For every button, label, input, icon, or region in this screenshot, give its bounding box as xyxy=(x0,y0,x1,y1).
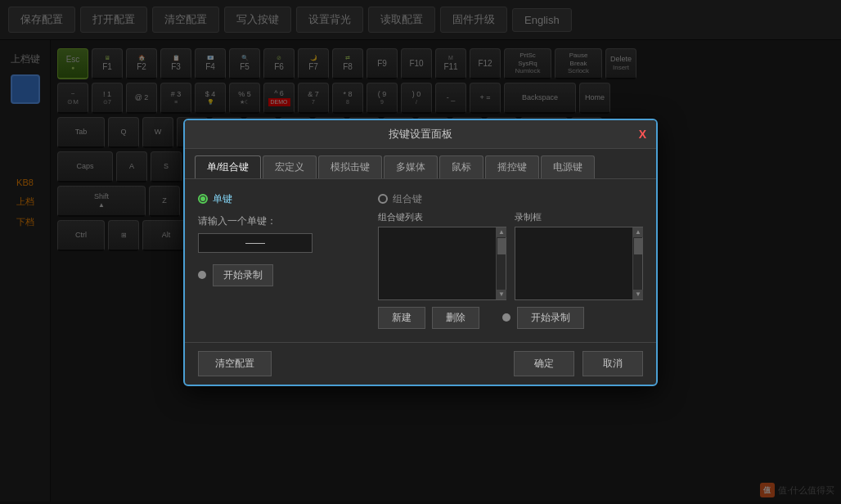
modal-body: 单键 请输入一个单键： 开始录制 组合键 xyxy=(185,179,656,342)
tab-macro[interactable]: 宏定义 xyxy=(263,155,317,178)
record-scrollbar[interactable]: ▲ ▼ xyxy=(632,227,642,299)
combo-action-row: 新建 删除 开始录制 xyxy=(378,307,643,329)
single-key-radio-row: 单键 xyxy=(198,192,362,206)
scroll-up-arrow[interactable]: ▲ xyxy=(497,227,506,237)
scroll-down-arrow[interactable]: ▼ xyxy=(497,290,506,299)
tab-remote[interactable]: 摇控键 xyxy=(485,155,539,178)
modal-overlay: 按键设置面板 X 单/组合键 宏定义 模拟击键 多媒体 鼠标 摇控键 电源键 单… xyxy=(0,0,841,504)
record-scroll-thumb[interactable] xyxy=(634,238,642,254)
start-record-left-row: 开始录制 xyxy=(198,264,362,286)
combo-radio-row: 组合键 xyxy=(378,192,643,206)
record-frame-label: 录制框 xyxy=(515,211,643,223)
single-key-radio[interactable] xyxy=(198,194,208,204)
clear-config-footer-button[interactable]: 清空配置 xyxy=(198,351,272,376)
cancel-button[interactable]: 取消 xyxy=(582,351,643,376)
single-key-input[interactable] xyxy=(198,233,313,253)
record-dot-left xyxy=(198,271,206,279)
modal-footer: 清空配置 确定 取消 xyxy=(185,342,656,385)
combo-list-scrollbar[interactable]: ▲ ▼ xyxy=(496,227,506,299)
combo-list-label: 组合键列表 xyxy=(378,211,506,223)
new-combo-button[interactable]: 新建 xyxy=(378,307,425,329)
record-dot-right xyxy=(502,313,510,322)
tab-simulate[interactable]: 模拟击键 xyxy=(318,155,382,178)
modal-tabs: 单/组合键 宏定义 模拟击键 多媒体 鼠标 摇控键 电源键 xyxy=(185,149,656,179)
modal-header: 按键设置面板 X xyxy=(185,120,656,149)
delete-combo-button[interactable]: 删除 xyxy=(432,307,479,329)
record-scroll-down[interactable]: ▼ xyxy=(633,290,643,299)
tab-power[interactable]: 电源键 xyxy=(541,155,595,178)
tab-single-combo[interactable]: 单/组合键 xyxy=(195,155,261,178)
combo-list-area[interactable]: ▲ ▼ xyxy=(378,227,506,300)
left-panel: 单键 请输入一个单键： 开始录制 xyxy=(198,192,362,329)
footer-right-buttons: 确定 取消 xyxy=(514,351,643,376)
modal-title: 按键设置面板 xyxy=(389,127,452,142)
combo-list-section: 组合键列表 ▲ ▼ xyxy=(378,211,506,300)
start-record-left-button[interactable]: 开始录制 xyxy=(213,264,273,286)
tab-multimedia[interactable]: 多媒体 xyxy=(384,155,438,178)
tab-mouse[interactable]: 鼠标 xyxy=(439,155,483,178)
panel-section-labels: 组合键列表 ▲ ▼ 录制框 ▲ xyxy=(378,211,643,300)
record-scroll-up[interactable]: ▲ xyxy=(633,227,643,237)
record-frame-section: 录制框 ▲ ▼ xyxy=(515,211,643,300)
modal-close-button[interactable]: X xyxy=(639,128,646,141)
combo-key-label: 组合键 xyxy=(393,192,422,206)
combo-key-radio[interactable] xyxy=(378,194,388,204)
record-frame-area[interactable]: ▲ ▼ xyxy=(515,227,643,300)
key-settings-modal: 按键设置面板 X 单/组合键 宏定义 模拟击键 多媒体 鼠标 摇控键 电源键 单… xyxy=(183,119,658,386)
scroll-thumb[interactable] xyxy=(497,238,506,254)
start-record-right-button[interactable]: 开始录制 xyxy=(517,307,584,329)
right-panel: 组合键 组合键列表 ▲ ▼ 录制框 xyxy=(378,192,643,329)
input-prompt-label: 请输入一个单键： xyxy=(198,214,362,228)
ok-button[interactable]: 确定 xyxy=(514,351,574,376)
single-key-label: 单键 xyxy=(213,192,232,206)
